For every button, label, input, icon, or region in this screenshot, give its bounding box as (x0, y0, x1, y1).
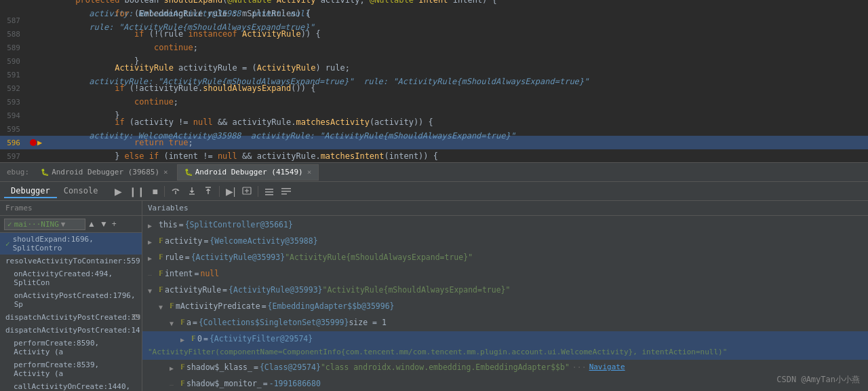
field-icon-a: 𝔽 (180, 316, 185, 329)
var-expand-rule[interactable]: ▶ (148, 253, 156, 265)
settings-icon (264, 186, 274, 196)
step-into-icon (187, 186, 197, 196)
svg-rect-11 (281, 188, 291, 189)
line-number: 594 (0, 111, 26, 120)
variables-list: ▶ this = {SplitController@35661} ▶ 𝔽 act… (142, 216, 868, 391)
frames-toolbar: ✓ mai···NING ▼ ▲ ▼ + (0, 216, 142, 233)
step-over-icon (171, 186, 180, 196)
run-to-cursor-btn[interactable]: ▶| (222, 185, 239, 198)
svg-rect-9 (265, 191, 273, 193)
var-expand-a[interactable]: ▼ (170, 318, 178, 330)
more-icon (281, 186, 292, 196)
line-number: 597 (0, 152, 26, 161)
more-btn[interactable] (277, 185, 295, 198)
frame-item-1[interactable]: resolveActivityToContainer:559, (0, 255, 142, 267)
step-into-btn[interactable] (184, 185, 200, 198)
dropdown-icon: ▼ (61, 220, 66, 229)
var-item-shadow-monitor: — 𝔽 shadow$_monitor_ = -1991686680 (142, 376, 868, 391)
field-icon-intent: 𝔽 (159, 267, 163, 280)
frame-item-8[interactable]: callActivityOnCreate:1440, Instr (0, 380, 142, 391)
tab-debugger[interactable]: Debugger (4, 185, 57, 198)
var-item-mactivitypredicate: ▼ 𝔽 mActivityPredicate = {EmbeddingAdapt… (142, 299, 868, 315)
toolbar-separator-3 (258, 186, 258, 197)
frame-item-4[interactable]: dispatchActivityPostCreated:39 (0, 311, 142, 324)
var-item-rule: ▶ 𝔽 rule = {ActivityRule@35993} "Activit… (142, 250, 868, 266)
debugger-toolbar: Debugger Console ▶ ❙❙ ■ (0, 182, 868, 201)
frame-up-btn[interactable]: ▲ (85, 218, 98, 230)
tab-close-1[interactable]: × (163, 168, 168, 176)
step-out-btn[interactable] (200, 185, 216, 198)
svg-rect-12 (281, 191, 291, 192)
svg-rect-8 (265, 189, 273, 190)
var-item-intent: — 𝔽 intent = null (142, 266, 868, 282)
field-icon-map: 𝔽 (170, 300, 174, 312)
var-item-activityrule: ▼ 𝔽 activityRule = {ActivityRule@35993} … (142, 282, 868, 299)
line-number: 590 (0, 57, 26, 66)
evaluate-icon (242, 186, 252, 196)
frame-item-6[interactable]: performCreate:8590, Activity (a (0, 337, 142, 358)
frame-label: shouldExpand:1696, SplitContro (13, 235, 136, 253)
pause-btn[interactable]: ❙❙ (125, 185, 149, 198)
var-expand-mactivitypredicate[interactable]: ▼ (159, 301, 167, 314)
line-number: 588 (0, 30, 26, 39)
step-over-btn[interactable] (167, 185, 184, 198)
line-number: 589 (0, 43, 26, 52)
check-icon: ✓ (7, 220, 12, 229)
toolbar-separator-2 (219, 186, 220, 197)
field-icon-sk: 𝔽 (180, 361, 185, 373)
line-number: 587 (0, 16, 26, 25)
field-icon-activityrule: 𝔽 (159, 284, 163, 296)
frame-item-3[interactable]: onActivityPostCreated:1796, Sp (0, 289, 142, 311)
frames-title: Frames (5, 204, 33, 212)
tab-android-debugger-39685[interactable]: 🐛 Android Debugger (39685) × (33, 164, 176, 181)
code-content-598: return true; (46, 149, 868, 163)
frame-item-5[interactable]: dispatchActivityPostCreated:14 (0, 324, 142, 337)
variables-header: Variables (142, 201, 868, 216)
var-expand-shadow-klass[interactable]: ▶ (170, 362, 178, 375)
svg-rect-14 (133, 314, 140, 319)
frame-check-icon: ✓ (5, 240, 10, 248)
var-expand-activity[interactable]: ▶ (148, 236, 156, 248)
toolbar-separator-1 (164, 186, 165, 197)
bug-icon-1: 🐛 (41, 168, 49, 176)
svg-rect-10 (265, 194, 273, 196)
breakpoint-icon[interactable] (30, 139, 37, 146)
resume-btn[interactable]: ▶ (111, 185, 125, 198)
frame-label: performCreate:8590, Activity (a (14, 339, 136, 356)
var-expand-0[interactable]: ▶ (180, 334, 189, 346)
line-number: 595 (0, 125, 26, 134)
thread-select[interactable]: ✓ mai···NING ▼ (4, 219, 85, 230)
field-icon-rule: 𝔽 (159, 251, 163, 263)
var-item-0-filter[interactable]: ▶ 𝔽 0 = {ActivityFilter@29574} "Activity… (142, 331, 868, 360)
settings-btn[interactable] (261, 185, 277, 198)
var-expand-this[interactable]: ▶ (148, 220, 156, 232)
evaluate-btn[interactable] (239, 185, 255, 198)
frames-header: Frames (0, 201, 142, 216)
var-item-a: ▼ 𝔽 a = {Collections$SingletonSet@35999}… (142, 315, 868, 331)
variables-panel: Variables ▶ this = {SplitController@3566… (142, 201, 868, 391)
var-item-shadow-klass: ▶ 𝔽 shadow$_klass_ = {Class@29574} "clas… (142, 360, 868, 376)
stop-btn[interactable]: ■ (149, 185, 161, 198)
frame-item-7[interactable]: performCreate:8539, Activity (a (0, 358, 142, 380)
code-editor: protected boolean shouldExpand(@Nullable… (0, 0, 868, 163)
tab-console[interactable]: Console (57, 185, 105, 198)
tab-close-2[interactable]: × (307, 168, 312, 176)
tab-label-2: Android Debugger (41549) (195, 168, 303, 176)
frame-add-btn[interactable]: + (110, 218, 119, 230)
frame-item-0[interactable]: ✓ shouldExpand:1696, SplitContro (0, 233, 142, 255)
frame-item-2[interactable]: onActivityCreated:494, SplitCon (0, 267, 142, 289)
var-expand-activityrule[interactable]: ▼ (148, 285, 156, 297)
debugger-panel: ebug: 🐛 Android Debugger (39685) × 🐛 And… (0, 163, 868, 391)
navigate-link[interactable]: Navigate (589, 361, 625, 373)
frame-label: dispatchActivityPostCreated:39 (5, 313, 140, 322)
step-out-icon (203, 186, 213, 196)
field-icon-sm: 𝔽 (180, 377, 185, 390)
frame-side-icon (132, 312, 140, 322)
tab-android-debugger-41549[interactable]: 🐛 Android Debugger (41549) × (177, 164, 319, 181)
debugger-tabs-row: ebug: 🐛 Android Debugger (39685) × 🐛 And… (0, 163, 868, 182)
var-expand-intent: — (148, 269, 156, 281)
line-number: 591 (0, 71, 26, 79)
field-icon-0: 𝔽 (191, 333, 196, 345)
frame-down-btn[interactable]: ▼ (98, 218, 110, 230)
line-number: 596 (0, 138, 26, 147)
